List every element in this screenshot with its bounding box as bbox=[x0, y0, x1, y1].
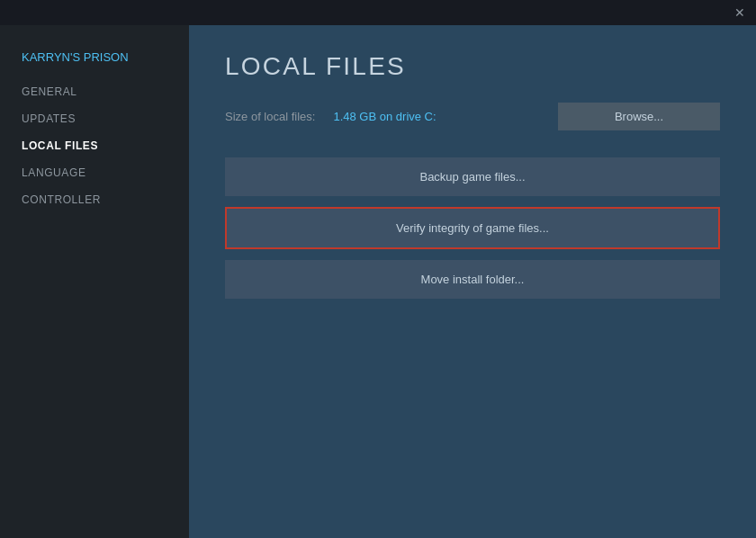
content-area: KARRYN'S PRISON GENERAL UPDATES LOCAL FI… bbox=[0, 25, 756, 538]
main-content: LOCAL FILES Size of local files: 1.48 GB… bbox=[189, 25, 756, 538]
sidebar-item-game-title[interactable]: KARRYN'S PRISON bbox=[0, 43, 189, 71]
backup-game-files-button[interactable]: Backup game files... bbox=[225, 157, 720, 196]
title-bar: ✕ bbox=[0, 0, 756, 25]
browse-button[interactable]: Browse... bbox=[558, 103, 720, 130]
file-size-row: Size of local files: 1.48 GB on drive C:… bbox=[225, 103, 720, 130]
verify-integrity-button[interactable]: Verify integrity of game files... bbox=[225, 207, 720, 249]
sidebar-item-local-files[interactable]: LOCAL FILES bbox=[0, 132, 189, 159]
page-title: LOCAL FILES bbox=[225, 52, 720, 81]
sidebar-item-language[interactable]: LANGUAGE bbox=[0, 159, 189, 186]
sidebar-item-general[interactable]: GENERAL bbox=[0, 78, 189, 105]
move-install-folder-button[interactable]: Move install folder... bbox=[225, 260, 720, 299]
sidebar-item-updates[interactable]: UPDATES bbox=[0, 105, 189, 132]
sidebar-item-controller[interactable]: CONTROLLER bbox=[0, 186, 189, 213]
sidebar: KARRYN'S PRISON GENERAL UPDATES LOCAL FI… bbox=[0, 25, 189, 538]
close-button[interactable]: ✕ bbox=[731, 4, 749, 22]
steam-window: ✕ KARRYN'S PRISON GENERAL UPDATES LOCAL … bbox=[0, 0, 756, 538]
file-size-value: 1.48 GB on drive C: bbox=[333, 110, 436, 123]
file-size-label: Size of local files: bbox=[225, 110, 315, 123]
